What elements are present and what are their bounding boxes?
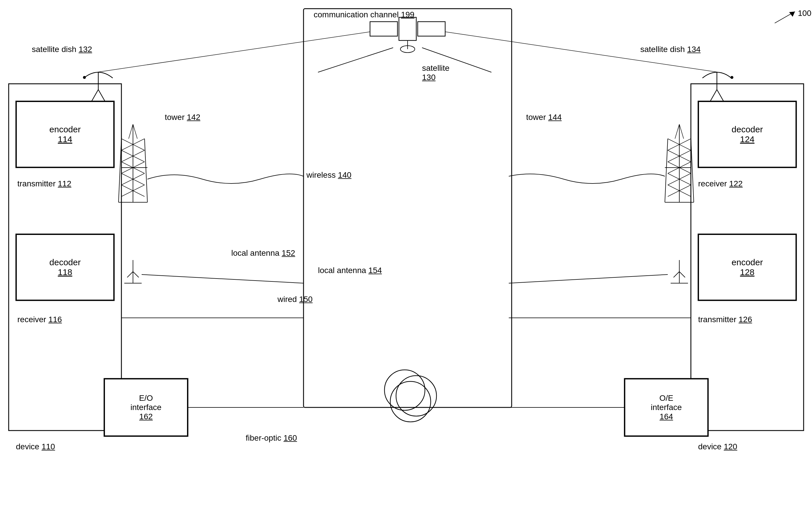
svg-marker-84 [789, 11, 795, 17]
decoder-left-label: decoder118 [50, 258, 81, 277]
comm-channel-label: communication channel 199 [314, 10, 414, 19]
svg-line-22 [97, 32, 370, 72]
svg-line-61 [668, 185, 691, 197]
transmitter-left-label: transmitter 112 [17, 179, 71, 188]
oe-interface-box: O/Einterface164 [625, 379, 708, 436]
svg-line-14 [318, 48, 393, 72]
svg-point-28 [730, 76, 733, 79]
encoder-right-box: encoder128 [698, 234, 796, 301]
svg-rect-10 [370, 22, 398, 36]
svg-line-37 [121, 162, 145, 173]
decoder-right-label: decoder124 [732, 124, 763, 144]
svg-line-41 [121, 185, 145, 197]
svg-line-82 [509, 274, 668, 283]
encoder-left-label: encoder114 [50, 124, 81, 144]
svg-line-57 [668, 162, 691, 173]
svg-line-52 [668, 139, 691, 150]
svg-line-67 [673, 272, 679, 277]
decoder-left-box: decoder118 [16, 234, 114, 301]
svg-point-73 [396, 376, 436, 416]
diagram-number: 100 [798, 9, 811, 18]
wired-label: wired 150 [278, 295, 313, 304]
svg-point-72 [384, 370, 425, 410]
svg-rect-0 [303, 9, 512, 408]
svg-line-48 [133, 272, 139, 277]
eo-interface-label: E/Ointerface162 [130, 394, 161, 421]
fiber-optic-label: fiber-optic 160 [246, 433, 297, 443]
svg-point-12 [400, 46, 415, 53]
svg-line-65 [679, 124, 684, 139]
device-left-label: device 110 [16, 442, 55, 451]
tower-left-label: tower 142 [165, 113, 200, 122]
svg-line-54 [668, 150, 691, 162]
encoder-right-label: encoder128 [732, 258, 763, 277]
svg-line-55 [668, 150, 691, 162]
svg-line-40 [121, 185, 145, 197]
svg-line-83 [775, 11, 795, 23]
transmitter-right-label: transmitter 126 [698, 315, 752, 324]
oe-interface-label: O/Einterface164 [651, 394, 682, 421]
svg-line-81 [142, 274, 303, 283]
svg-line-58 [668, 173, 691, 185]
svg-line-43 [145, 139, 147, 202]
svg-line-42 [118, 139, 121, 202]
svg-line-68 [679, 272, 685, 277]
receiver-left-label: receiver 116 [17, 315, 62, 324]
satellite-label: satellite130 [422, 64, 450, 82]
svg-line-39 [121, 173, 145, 185]
receiver-right-label: receiver 122 [698, 179, 743, 188]
svg-line-59 [668, 173, 691, 185]
tower-right-label: tower 144 [526, 113, 562, 122]
svg-rect-9 [399, 17, 416, 40]
satellite-dish-left-label: satellite dish 132 [32, 45, 92, 54]
svg-line-32 [121, 139, 145, 150]
svg-rect-11 [418, 22, 445, 36]
decoder-right-box: decoder124 [698, 101, 796, 168]
svg-line-63 [691, 139, 694, 202]
svg-line-60 [668, 185, 691, 197]
svg-line-36 [121, 162, 145, 173]
local-antenna-right-label: local antenna 154 [318, 266, 382, 275]
local-antenna-left-label: local antenna 152 [231, 248, 295, 258]
svg-line-38 [121, 173, 145, 185]
svg-point-74 [390, 382, 431, 422]
svg-line-62 [665, 139, 668, 202]
svg-line-34 [121, 150, 145, 162]
svg-line-45 [133, 124, 137, 139]
device-right-label: device 120 [698, 442, 737, 451]
svg-line-47 [127, 272, 133, 277]
svg-line-64 [675, 124, 679, 139]
svg-line-56 [668, 162, 691, 173]
svg-line-35 [121, 150, 145, 162]
wireless-label: wireless 140 [307, 171, 351, 180]
encoder-left-box: encoder114 [16, 101, 114, 168]
svg-line-53 [668, 139, 691, 150]
svg-line-33 [121, 139, 145, 150]
eo-interface-box: E/Ointerface162 [104, 379, 188, 436]
diagram: 100 communication channel 199 satellite1… [0, 0, 812, 510]
satellite-dish-right-label: satellite dish 134 [640, 45, 701, 54]
svg-point-21 [83, 76, 86, 79]
svg-line-44 [128, 124, 133, 139]
